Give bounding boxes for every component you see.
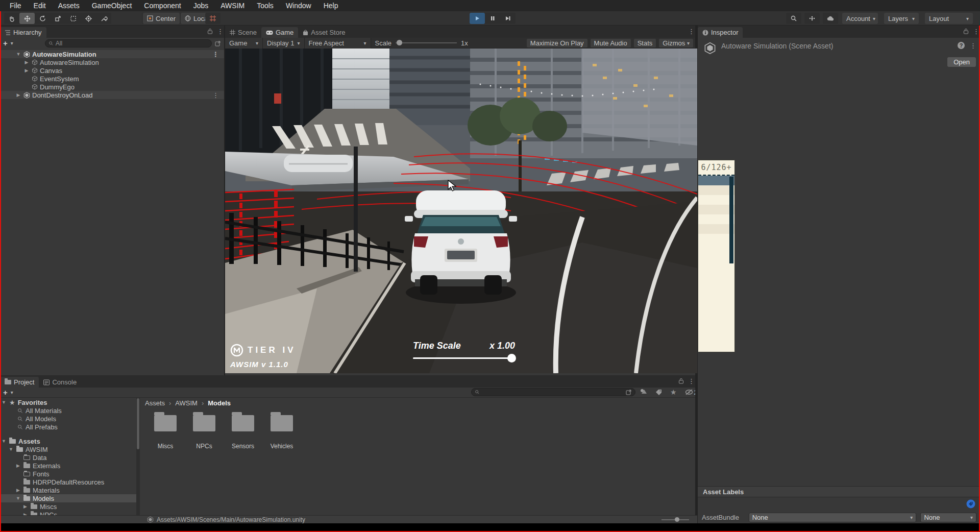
- hierarchy-row[interactable]: ▶ AutowareSimulation: [0, 58, 224, 66]
- tree-row-data[interactable]: Data: [0, 453, 136, 462]
- hierarchy-row[interactable]: ▶ Canvas: [0, 66, 224, 75]
- maximize-on-play-button[interactable]: Maximize On Play: [527, 39, 587, 47]
- hierarchy-row[interactable]: DummyEgo: [0, 83, 224, 91]
- tree-row-fonts[interactable]: Fonts: [0, 470, 136, 478]
- lock-icon[interactable]: [963, 28, 969, 35]
- tab-scene[interactable]: Scene: [225, 27, 261, 38]
- search-by-type-icon[interactable]: [640, 389, 647, 396]
- foldout-open-icon[interactable]: ▼: [15, 496, 21, 501]
- breadcrumb-awsim[interactable]: AWSIM: [175, 399, 198, 407]
- kebab-menu-icon[interactable]: ⋮: [688, 377, 693, 385]
- grid-snap-button[interactable]: [205, 13, 220, 24]
- caret-down-icon[interactable]: ▾: [11, 40, 13, 46]
- tab-hierarchy[interactable]: Hierarchy: [0, 27, 46, 38]
- progress-activity-button[interactable]: [804, 13, 820, 24]
- project-search-input[interactable]: [471, 388, 635, 396]
- folder-tile-vehicles[interactable]: Vehicles: [262, 415, 301, 450]
- tree-row-miscs[interactable]: ▶ Miscs: [0, 502, 136, 511]
- tree-row-assets[interactable]: ▼ Assets: [0, 437, 136, 445]
- popup-scrollbar[interactable]: [729, 177, 733, 263]
- menu-edit[interactable]: Edit: [28, 0, 52, 11]
- tab-inspector[interactable]: Inspector: [698, 27, 743, 38]
- folder-tile-sensors[interactable]: Sensors: [224, 415, 262, 450]
- scale-slider-knob[interactable]: [397, 40, 402, 45]
- kebab-menu-icon[interactable]: ⋮: [970, 42, 975, 50]
- slider-knob[interactable]: [675, 517, 679, 522]
- kebab-menu-icon[interactable]: ⋮: [973, 28, 978, 35]
- cloud-button[interactable]: [823, 13, 838, 24]
- favorite-search-row[interactable]: All Models: [0, 415, 136, 423]
- project-tree-scrollbar[interactable]: [136, 397, 140, 515]
- aspect-dropdown[interactable]: Free Aspect▾: [305, 38, 371, 49]
- account-dropdown[interactable]: Account▾: [842, 13, 878, 24]
- tree-row-models[interactable]: ▼ Models: [0, 494, 136, 502]
- foldout-closed-icon[interactable]: ▶: [23, 60, 30, 65]
- kebab-menu-icon[interactable]: ⋮: [688, 28, 693, 35]
- tab-asset-store[interactable]: Asset Store: [298, 27, 350, 38]
- pivot-center-button[interactable]: Center: [143, 13, 180, 24]
- add-button[interactable]: +: [3, 388, 8, 397]
- foldout-open-icon[interactable]: ▼: [8, 447, 14, 452]
- game-viewport[interactable]: TIER IV AWSIM v 1.1.0 Time Scale x 1.00: [225, 49, 697, 373]
- menu-component[interactable]: Component: [138, 0, 186, 11]
- foldout-open-icon[interactable]: ▼: [1, 439, 7, 444]
- tree-row-materials[interactable]: ▶ Materials: [0, 486, 136, 494]
- menu-gameobject[interactable]: GameObject: [86, 0, 138, 11]
- rotate-tool-button[interactable]: [35, 13, 50, 24]
- pause-button[interactable]: [485, 13, 500, 24]
- hand-tool-button[interactable]: [4, 13, 19, 24]
- foldout-open-icon[interactable]: ▼: [1, 400, 7, 405]
- tree-row-hdrp[interactable]: HDRPDefaultResources: [0, 478, 136, 486]
- scrollbar-thumb[interactable]: [137, 398, 139, 449]
- lock-icon[interactable]: [207, 28, 213, 35]
- breadcrumb-assets[interactable]: Assets: [145, 399, 165, 407]
- search-window-icon[interactable]: [626, 389, 632, 395]
- foldout-open-icon[interactable]: ▼: [15, 52, 21, 57]
- editor-search-button[interactable]: [786, 13, 801, 24]
- tab-console[interactable]: Console: [39, 377, 81, 388]
- layers-dropdown[interactable]: Layers▾: [884, 13, 919, 24]
- kebab-menu-icon[interactable]: ⋮: [212, 91, 219, 99]
- custom-tool-button[interactable]: [96, 13, 111, 24]
- assetbundle-variant-dropdown[interactable]: None▾: [920, 513, 976, 522]
- hidden-count-eye-icon[interactable]: [685, 389, 693, 395]
- menu-help[interactable]: Help: [318, 0, 344, 11]
- tab-game[interactable]: Game: [261, 27, 298, 38]
- hierarchy-row-dontdestroy[interactable]: ▶ DontDestroyOnLoad ⋮: [0, 91, 224, 99]
- gizmos-dropdown[interactable]: Gizmos ▾: [659, 39, 693, 47]
- timescale-slider-knob[interactable]: [507, 354, 516, 362]
- tree-row-externals[interactable]: ▶ Externals: [0, 462, 136, 470]
- help-icon[interactable]: ?: [958, 42, 965, 49]
- hierarchy-row-scene[interactable]: ▼ AutowareSimulation ⋮: [0, 50, 224, 58]
- folder-tile-miscs[interactable]: Miscs: [146, 415, 185, 450]
- step-button[interactable]: [500, 13, 516, 24]
- caret-down-icon[interactable]: ▾: [11, 390, 13, 395]
- tab-project[interactable]: Project: [0, 377, 39, 388]
- kebab-menu-icon[interactable]: ⋮: [212, 51, 219, 58]
- mute-audio-button[interactable]: Mute Audio: [591, 39, 631, 47]
- hierarchy-row[interactable]: EventSystem: [0, 75, 224, 83]
- transform-tool-button[interactable]: [81, 13, 96, 24]
- tree-row-npcs[interactable]: ▶ NPCs: [0, 511, 136, 515]
- menu-file[interactable]: File: [4, 0, 27, 11]
- stats-button[interactable]: Stats: [634, 39, 656, 47]
- assetbundle-dropdown[interactable]: None▾: [749, 513, 917, 522]
- foldout-closed-icon[interactable]: ▶: [22, 504, 28, 509]
- open-button[interactable]: Open: [947, 57, 976, 67]
- menu-jobs[interactable]: Jobs: [188, 0, 214, 11]
- display-mode-dropdown[interactable]: Game▾: [225, 38, 263, 49]
- layout-dropdown[interactable]: Layout▾: [925, 13, 973, 24]
- favorite-search-row[interactable]: All Prefabs: [0, 423, 136, 431]
- hierarchy-search-input[interactable]: All: [45, 39, 212, 47]
- foldout-closed-icon[interactable]: ▶: [15, 463, 21, 468]
- display-dropdown[interactable]: Display 1▾: [263, 38, 305, 49]
- foldout-closed-icon[interactable]: ▶: [23, 68, 30, 73]
- timescale-slider[interactable]: [413, 357, 515, 359]
- folder-tile-npcs[interactable]: NPCs: [185, 415, 224, 450]
- breadcrumb-models[interactable]: Models: [208, 399, 231, 407]
- menu-tools[interactable]: Tools: [251, 0, 279, 11]
- label-tag-icon[interactable]: [655, 389, 662, 396]
- menu-assets[interactable]: Assets: [53, 0, 85, 11]
- add-button[interactable]: +: [3, 39, 8, 47]
- scale-tool-button[interactable]: [50, 13, 65, 24]
